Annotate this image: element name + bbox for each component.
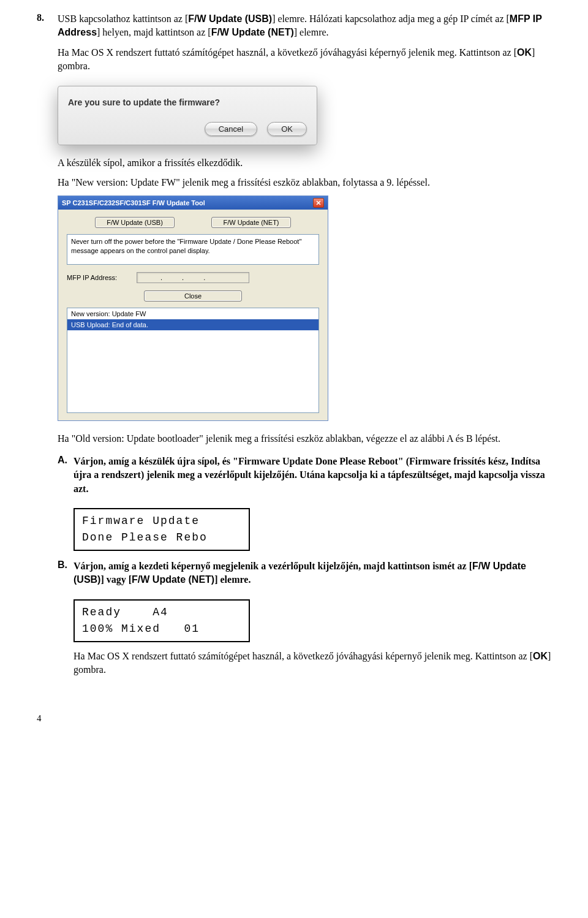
close-button[interactable]: Close <box>144 290 242 302</box>
cancel-button[interactable]: Cancel <box>205 122 257 136</box>
substep-b: B. Várjon, amíg a kezdeti képernyő megje… <box>58 560 551 593</box>
ip-label: MFP IP Address: <box>67 274 128 281</box>
dialog-button-row: Cancel OK <box>68 122 307 136</box>
page-number: 4 <box>37 713 551 724</box>
ui-ref: OK <box>517 47 532 58</box>
step-body: USB kapcsolathoz kattintson az [F/W Upda… <box>58 12 551 80</box>
lcd-display: Ready A4 100% Mixed 01 <box>74 599 250 642</box>
status-line: New version: Update FW <box>67 308 318 319</box>
lcd-display: Firmware Update Done Please Rebo <box>74 508 250 551</box>
ui-ref: F/W Update (USB) <box>188 13 272 24</box>
mac-confirm-dialog: Are you sure to update the firmware? Can… <box>58 86 317 145</box>
ui-ref: F/W Update (NET) <box>211 27 294 37</box>
text: ] helyen, majd kattintson az [ <box>97 27 211 37</box>
substep-a-text: Várjon, amíg a készülék újra sípol, és "… <box>74 455 551 496</box>
text: ] elemre. <box>214 574 251 585</box>
close-icon[interactable] <box>313 198 324 208</box>
warning-textbox: Never turn off the power before the "Fir… <box>67 234 319 265</box>
substep-body: Várjon, amíg a kezdeti képernyő megjelen… <box>74 560 551 593</box>
text: Ha Mac OS X rendszert futtató számítógép… <box>58 47 517 58</box>
paragraph: Ha "New version: Update FW" jelenik meg … <box>58 176 551 189</box>
text: ] elemre. <box>294 27 329 37</box>
dot: . <box>203 274 205 281</box>
text: ] vagy [ <box>100 574 132 585</box>
text: Ha Mac OS X rendszert futtató számítógép… <box>74 651 533 661</box>
window-titlebar: SP C231SF/C232SF/C301SF F/W Update Tool <box>58 196 328 210</box>
fw-update-tool-window: SP C231SF/C232SF/C301SF F/W Update Tool … <box>58 195 328 421</box>
text: ] elemre. Hálózati kapcsolathoz adja meg… <box>272 13 510 24</box>
ui-ref: OK <box>533 651 548 661</box>
substep-b-text: Várjon, amíg a kezdeti képernyő megjelen… <box>74 560 551 587</box>
substep-b-para2: Ha Mac OS X rendszert futtató számítógép… <box>74 650 551 677</box>
substep-body: Várjon, amíg a készülék újra sípol, és "… <box>74 455 551 502</box>
window-body: F/W Update (USB) F/W Update (NET) Never … <box>58 210 328 420</box>
substep-letter: B. <box>58 560 74 571</box>
text: Várjon, amíg a kezdeti képernyő megjelen… <box>74 561 472 571</box>
paragraph: Ha "Old version: Update bootloader" jele… <box>58 432 551 446</box>
substep-letter: A. <box>58 455 74 466</box>
ip-address-row: MFP IP Address: . . . <box>67 272 319 283</box>
window-title: SP C231SF/C232SF/C301SF F/W Update Tool <box>62 199 205 207</box>
dialog-message: Are you sure to update the firmware? <box>68 97 307 107</box>
step-number: 8. <box>37 12 58 23</box>
status-listbox[interactable]: New version: Update FW USB Upload: End o… <box>67 308 319 413</box>
step8-para2: Ha Mac OS X rendszert futtató számítógép… <box>58 46 551 74</box>
step-8: 8. USB kapcsolathoz kattintson az [F/W U… <box>37 12 551 80</box>
ok-button[interactable]: OK <box>267 122 307 136</box>
dot: . <box>160 274 162 281</box>
step8-para1: USB kapcsolathoz kattintson az [F/W Upda… <box>58 12 551 40</box>
fw-update-net-button[interactable]: F/W Update (NET) <box>211 217 291 228</box>
ip-input[interactable]: . . . <box>137 272 249 283</box>
close-button-row: Close <box>67 290 319 302</box>
text: USB kapcsolathoz kattintson az [ <box>58 13 188 24</box>
substep-a: A. Várjon, amíg a készülék újra sípol, é… <box>58 455 551 502</box>
paragraph: A készülék sípol, amikor a frissítés elk… <box>58 156 551 170</box>
status-line-selected: USB Upload: End of data. <box>67 319 318 330</box>
ui-ref: F/W Update (NET) <box>132 574 214 585</box>
dot: . <box>182 274 184 281</box>
fw-update-usb-button[interactable]: F/W Update (USB) <box>95 217 175 228</box>
update-buttons-row: F/W Update (USB) F/W Update (NET) <box>67 217 319 228</box>
